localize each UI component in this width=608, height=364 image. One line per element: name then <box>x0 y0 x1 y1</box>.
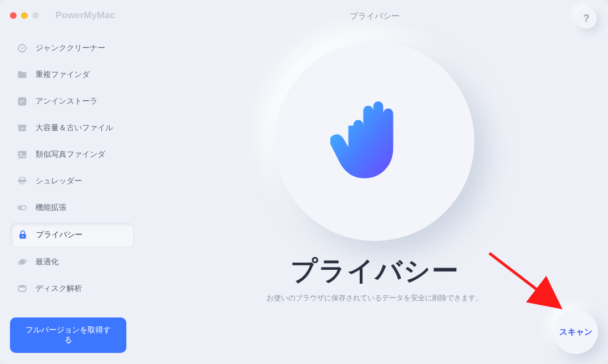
main-panel: プライバシー ? プライバシー お使いのブラウザに保存 <box>141 0 608 364</box>
page-title: プライバシー <box>350 11 400 22</box>
titlebar: PowerMyMac <box>10 10 134 21</box>
target-icon <box>17 43 28 54</box>
window-controls <box>10 12 39 19</box>
app-window: PowerMyMac ジャンククリーナー 重複ファインダ アンインストーラ <box>0 0 608 364</box>
sidebar-item-junk-cleaner[interactable]: ジャンククリーナー <box>10 37 134 60</box>
sidebar-item-disk-analysis[interactable]: ディスク解析 <box>10 277 134 300</box>
get-full-version-button[interactable]: フルバージョンを取得する <box>10 317 126 353</box>
app-title: PowerMyMac <box>55 10 115 21</box>
sidebar-item-label: 大容量＆古いファイル <box>35 123 113 133</box>
svg-rect-5 <box>21 128 24 129</box>
svg-point-10 <box>19 207 22 209</box>
help-icon: ? <box>584 13 590 24</box>
scan-button[interactable]: スキャン <box>554 310 598 354</box>
svg-line-16 <box>489 253 556 304</box>
sidebar-item-optimize[interactable]: 最適化 <box>10 250 134 274</box>
sidebar-item-label: ディスク解析 <box>35 284 82 294</box>
svg-point-1 <box>21 47 23 49</box>
sidebar-item-privacy[interactable]: プライバシー <box>10 223 134 247</box>
sidebar-item-label: シュレッダー <box>35 176 82 186</box>
annotation-arrow-icon <box>485 249 568 315</box>
svg-rect-4 <box>18 127 25 131</box>
sidebar-list: ジャンククリーナー 重複ファインダ アンインストーラ 大容量＆古いファイル <box>10 37 134 300</box>
help-button[interactable]: ? <box>576 8 597 29</box>
sidebar-item-label: ジャンククリーナー <box>35 43 105 53</box>
image-icon <box>17 149 28 160</box>
sidebar-item-uninstaller[interactable]: アンインストーラ <box>10 90 134 113</box>
svg-point-15 <box>18 285 25 288</box>
app-icon <box>17 96 28 107</box>
main-heading: プライバシー <box>290 253 459 289</box>
planet-icon <box>17 257 28 268</box>
sidebar-item-shredder[interactable]: シュレッダー <box>10 170 134 193</box>
shredder-icon <box>17 176 28 187</box>
sidebar-item-extensions[interactable]: 機能拡張 <box>10 196 134 219</box>
disk-icon <box>17 283 28 294</box>
svg-rect-3 <box>18 125 27 127</box>
svg-rect-6 <box>18 151 27 158</box>
svg-point-7 <box>20 153 22 155</box>
sidebar-item-label: 重複ファインダ <box>35 70 90 80</box>
lock-icon <box>17 229 28 240</box>
sidebar-item-label: 機能拡張 <box>35 203 67 213</box>
main-subtitle: お使いのブラウザに保存されているデータを安全に削除できます。 <box>267 293 483 303</box>
folder-icon <box>17 69 28 80</box>
toggle-icon <box>17 202 28 213</box>
sidebar: PowerMyMac ジャンククリーナー 重複ファインダ アンインストーラ <box>0 0 141 364</box>
sidebar-item-duplicate-finder[interactable]: 重複ファインダ <box>10 63 134 86</box>
sidebar-item-label: 最適化 <box>35 257 59 267</box>
sidebar-item-label: アンインストーラ <box>35 96 98 106</box>
archive-icon <box>17 122 28 134</box>
maximize-window-button[interactable] <box>32 12 39 19</box>
sidebar-item-label: プライバシー <box>36 230 83 240</box>
close-window-button[interactable] <box>10 12 17 19</box>
scan-button-label: スキャン <box>559 327 592 337</box>
hand-stop-icon <box>330 91 419 191</box>
hero-illustration <box>275 42 474 241</box>
sidebar-item-similar-photos[interactable]: 類似写真ファインダ <box>10 143 134 166</box>
sidebar-item-large-old-files[interactable]: 大容量＆古いファイル <box>10 116 134 140</box>
minimize-window-button[interactable] <box>21 12 28 19</box>
sidebar-item-label: 類似写真ファインダ <box>35 150 105 160</box>
svg-point-12 <box>22 235 24 237</box>
